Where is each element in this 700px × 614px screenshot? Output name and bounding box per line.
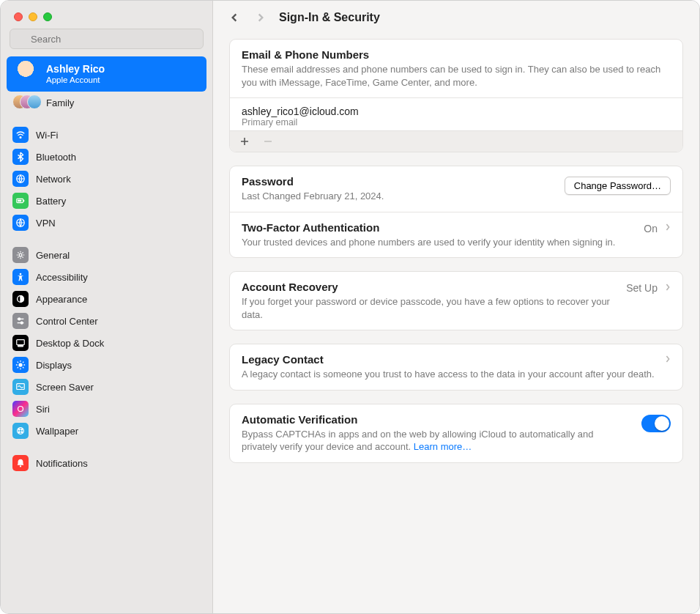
vpn-icon [12,215,29,231]
legacy-contact-panel: Legacy Contact A legacy contact is someo… [229,344,683,391]
svg-rect-16 [18,346,23,347]
sidebar-item-accessibility[interactable]: Accessibility [7,266,206,288]
sidebar-item-vpn[interactable]: VPN [7,212,206,234]
close-window-button[interactable] [14,12,23,21]
svg-point-14 [21,322,23,324]
email-row[interactable]: ashley_rico1@icloud.com Primary email [230,98,682,130]
page-title: Sign-In & Security [279,11,380,24]
siri-icon [12,401,29,417]
automatic-verification-panel: Automatic Verification Bypass CAPTCHAs i… [229,404,683,463]
sidebar-item-label: Siri [36,404,50,415]
svg-point-24 [21,432,23,433]
sidebar-item-label: Network [36,174,71,185]
sidebar-item-appearance[interactable]: Appearance [7,288,206,310]
account-recovery-row[interactable]: Account Recovery If you forget your pass… [230,272,682,330]
titlebar: Sign-In & Security [213,1,699,33]
account-recovery-panel: Account Recovery If you forget your pass… [229,271,683,330]
svg-point-2 [20,137,21,138]
svg-point-22 [21,429,23,430]
email-address: ashley_rico1@icloud.com [242,106,671,117]
sidebar-item-label: Family [46,97,74,108]
chevron-right-icon [665,283,671,294]
fullscreen-window-button[interactable] [43,12,52,21]
chevron-right-icon [665,355,671,366]
sidebar-item-label: Wi-Fi [36,130,58,141]
window-controls [1,1,212,29]
notifications-icon [12,455,29,471]
svg-rect-15 [17,340,25,345]
svg-rect-5 [23,200,24,202]
account-recovery-status: Set Up [626,282,658,294]
account-sub: Apple Account [46,75,105,86]
system-settings-window: Ashley Rico Apple Account Family Wi-Fi [0,0,700,614]
sidebar-item-label: Desktop & Dock [36,338,104,349]
learn-more-link[interactable]: Learn more… [414,441,472,452]
sidebar-item-label: Control Center [36,316,98,327]
email-tag: Primary email [242,117,671,127]
two-factor-row[interactable]: Two-Factor Authentication Your trusted d… [230,212,682,258]
gear-icon [12,247,29,263]
password-panel: Password Last Changed February 21, 2024.… [229,166,683,258]
minimize-window-button[interactable] [29,12,37,21]
sidebar-item-notifications[interactable]: Notifications [7,452,206,474]
avatar [12,61,39,87]
desktop-dock-icon [12,335,29,351]
sidebar-item-label: Displays [36,360,72,371]
svg-point-9 [20,273,22,275]
automatic-verification-title: Automatic Verification [242,413,631,426]
sidebar-item-label: Battery [36,196,66,207]
appearance-icon [12,291,29,307]
sidebar-item-label: Screen Saver [36,382,94,393]
email-phone-title: Email & Phone Numbers [242,48,671,61]
forward-button[interactable] [253,10,269,26]
password-title: Password [242,175,554,188]
account-recovery-desc: If you forget your password or device pa… [242,295,616,321]
sidebar-item-label: Bluetooth [36,152,76,163]
email-phone-footer [230,130,682,152]
main-content: Sign-In & Security Email & Phone Numbers… [213,1,699,613]
sidebar-item-general[interactable]: General [7,244,206,266]
sidebar-item-desktop-dock[interactable]: Desktop & Dock [7,332,206,354]
sidebar-item-label: Wallpaper [36,426,78,437]
accessibility-icon [12,269,29,285]
add-email-button[interactable] [237,134,252,149]
sidebar-item-screen-saver[interactable]: Screen Saver [7,376,206,398]
wifi-icon [12,127,29,143]
sidebar-item-apple-account[interactable]: Ashley Rico Apple Account [7,56,206,92]
svg-point-25 [20,465,21,467]
sidebar-item-label: Accessibility [36,272,88,283]
two-factor-status: On [644,223,658,234]
svg-point-20 [18,428,24,434]
sidebar-item-control-center[interactable]: Control Center [7,310,206,332]
sidebar-item-wifi[interactable]: Wi-Fi [7,124,206,146]
sidebar-item-battery[interactable]: Battery [7,190,206,212]
svg-point-23 [18,432,20,433]
chevron-right-icon [665,223,671,234]
two-factor-title: Two-Factor Authentication [242,221,633,234]
displays-icon [12,357,29,373]
remove-email-button[interactable] [261,134,275,149]
automatic-verification-toggle[interactable] [641,415,671,432]
legacy-contact-desc: A legacy contact is someone you trust to… [242,368,655,381]
account-recovery-title: Account Recovery [242,281,616,293]
legacy-contact-row[interactable]: Legacy Contact A legacy contact is someo… [230,344,682,390]
svg-point-8 [19,254,22,256]
sidebar-item-label: Notifications [36,458,88,469]
sidebar-item-network[interactable]: Network [7,168,206,190]
wallpaper-icon [12,423,29,439]
search-input[interactable] [10,29,204,49]
back-button[interactable] [226,10,242,26]
sidebar-item-wallpaper[interactable]: Wallpaper [7,420,206,442]
svg-rect-6 [18,200,21,202]
svg-point-21 [18,429,20,430]
svg-point-17 [18,363,22,366]
legacy-contact-title: Legacy Contact [242,353,655,366]
password-desc: Last Changed February 21, 2024. [242,190,554,203]
change-password-button[interactable]: Change Password… [565,177,671,195]
two-factor-desc: Your trusted devices and phone numbers a… [242,236,633,249]
sidebar-item-displays[interactable]: Displays [7,354,206,376]
email-phone-panel: Email & Phone Numbers These email addres… [229,39,683,152]
sidebar-item-family[interactable]: Family [7,92,206,114]
sidebar-item-bluetooth[interactable]: Bluetooth [7,146,206,168]
sidebar-item-siri[interactable]: Siri [7,398,206,420]
